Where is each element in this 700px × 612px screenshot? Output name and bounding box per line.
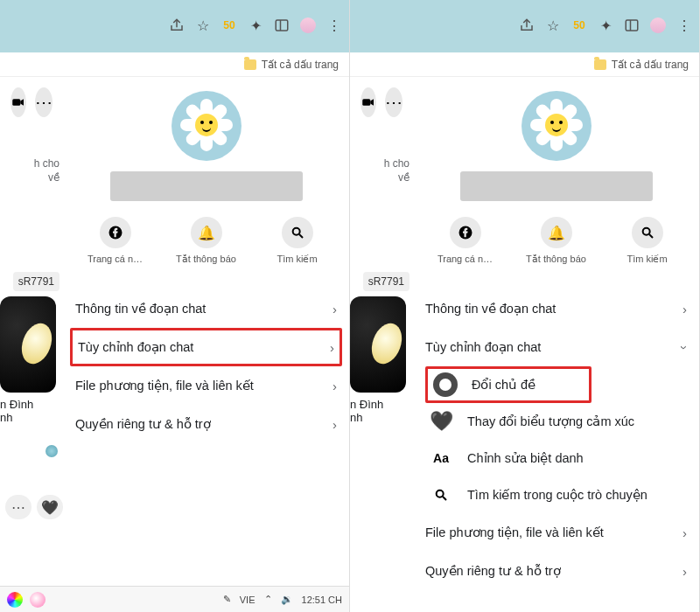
profile-action-label: Trang cá n…	[438, 254, 493, 264]
more-button[interactable]: ⋯	[385, 87, 402, 117]
sub-edit-nickname[interactable]: Aa Chỉnh sửa biệt danh	[425, 440, 687, 476]
more-icon[interactable]: ⋮	[326, 17, 342, 33]
chevron-right-icon: ›	[332, 417, 337, 432]
sub-change-emoji-label: Thay đổi biểu tượng cảm xúc	[467, 414, 634, 428]
svg-rect-6	[626, 20, 638, 31]
menu-media[interactable]: File phương tiện, file và liên kết ›	[425, 513, 687, 552]
seen-avatar-icon	[46, 445, 58, 457]
browser-chrome: ☆ 50 ✦ ⋮	[350, 0, 699, 52]
search-action-label: Tìm kiếm	[276, 254, 317, 265]
menu-privacy-label: Quyền riêng tư & hỗ trợ	[75, 417, 211, 431]
chevron-right-icon: ›	[332, 302, 337, 316]
ext-icon-1[interactable]: 50	[571, 17, 587, 33]
sub-search-in-chat[interactable]: Tìm kiếm trong cuộc trò chuyện	[425, 476, 687, 513]
star-icon[interactable]: ☆	[195, 17, 211, 33]
text-aa-icon: Aa	[429, 446, 453, 470]
feather-icon[interactable]: ✎	[223, 594, 231, 605]
menu-chat-info-label: Thông tin về đoạn chat	[425, 302, 556, 316]
menu-media[interactable]: File phương tiện, file và liên kết ›	[75, 366, 337, 405]
profile-action-label: Trang cá n…	[88, 254, 143, 264]
svg-rect-0	[276, 20, 288, 31]
user-avatar[interactable]	[172, 91, 242, 161]
puzzle-icon[interactable]: ✦	[248, 17, 263, 33]
search-action[interactable]: Tìm kiếm	[266, 217, 329, 265]
video-call-button[interactable]	[360, 87, 376, 117]
search-action[interactable]: Tìm kiếm	[616, 217, 679, 265]
menu-customize-label: Tùy chỉnh đoạn chat	[78, 340, 193, 354]
username-block	[460, 171, 653, 201]
sub-change-theme[interactable]: Đổi chủ đề	[425, 366, 592, 403]
chevron-right-icon: ›	[682, 564, 687, 579]
sound-icon[interactable]: 🔉	[281, 594, 293, 605]
heart-icon: 🖤	[429, 409, 453, 434]
image-thumbnail[interactable]	[350, 296, 406, 393]
svg-line-5	[299, 234, 303, 238]
mute-action[interactable]: 🔔 Tắt thông báo	[175, 217, 238, 265]
chevron-right-icon: ›	[332, 379, 337, 393]
sub-change-theme-label: Đổi chủ đề	[472, 378, 536, 392]
menu-chat-info[interactable]: Thông tin về đoạn chat ›	[75, 289, 337, 328]
hint-text-2: về	[4, 171, 60, 185]
user-avatar[interactable]	[522, 91, 592, 161]
sidepanel-icon[interactable]	[624, 17, 640, 33]
more-icon[interactable]: ⋮	[676, 17, 692, 33]
share-icon[interactable]	[519, 17, 535, 33]
chat-strip: ⋯ h cho về sR7791 n Đìnhnh	[350, 77, 413, 612]
share-icon[interactable]	[169, 17, 185, 33]
profile-avatar-icon[interactable]	[300, 17, 316, 33]
chevron-right-icon: ›	[330, 340, 334, 355]
profile-action[interactable]: Trang cá n…	[434, 217, 497, 265]
reaction-heart-button[interactable]: 🖤	[37, 495, 63, 519]
hint-text: h cho	[4, 157, 60, 171]
puzzle-icon[interactable]: ✦	[598, 17, 613, 33]
star-icon[interactable]: ☆	[545, 17, 561, 33]
name-fragment: n Đìnhnh	[0, 398, 63, 424]
search-icon	[632, 217, 663, 248]
chat-strip: ⋯ h cho về sR7791 n Đìnhnh ⋯ 🖤	[0, 77, 63, 586]
wifi-icon[interactable]: ⌃	[264, 594, 272, 605]
menu-privacy[interactable]: Quyền riêng tư & hỗ trợ ›	[75, 405, 337, 443]
folder-icon	[244, 59, 256, 70]
svg-point-12	[437, 490, 444, 497]
search-action-label: Tìm kiếm	[626, 254, 667, 265]
username-block	[110, 171, 303, 201]
chevron-right-icon: ›	[682, 525, 687, 540]
bookmarks-all-label[interactable]: Tất cả dấu trang	[612, 59, 689, 71]
sidepanel-icon[interactable]	[274, 17, 290, 33]
svg-point-4	[292, 228, 299, 235]
chat-chip[interactable]: sR7791	[363, 272, 410, 291]
bookmarks-all-label[interactable]: Tất cả dấu trang	[262, 59, 339, 71]
menu-customize[interactable]: Tùy chỉnh đoạn chat ›	[70, 328, 342, 366]
facebook-icon	[100, 217, 131, 248]
taskbar-app-icon-2[interactable]	[30, 592, 46, 608]
menu-customize[interactable]: Tùy chỉnh đoạn chat ›	[425, 328, 687, 366]
svg-rect-8	[362, 99, 370, 106]
taskbar: ✎ VIE ⌃ 🔉 12:51 CH	[0, 586, 349, 612]
lang-indicator[interactable]: VIE	[240, 595, 256, 605]
taskbar-app-icon[interactable]	[7, 592, 23, 608]
sub-change-emoji[interactable]: 🖤 Thay đổi biểu tượng cảm xúc	[425, 403, 687, 440]
browser-chrome: ☆ 50 ✦ ⋮	[0, 0, 349, 52]
menu-privacy[interactable]: Quyền riêng tư & hỗ trợ ›	[425, 552, 687, 590]
chat-chip[interactable]: sR7791	[13, 272, 60, 291]
bookmarks-bar: Tất cả dấu trang	[0, 52, 349, 77]
chat-settings-panel: Trang cá n… 🔔 Tắt thông báo Tìm kiếm Thô…	[413, 77, 699, 612]
mute-action[interactable]: 🔔 Tắt thông báo	[525, 217, 588, 265]
daisy-icon	[532, 101, 581, 150]
ext-icon-1[interactable]: 50	[221, 17, 237, 33]
mute-action-label: Tắt thông báo	[526, 254, 586, 265]
profile-action[interactable]: Trang cá n…	[84, 217, 147, 265]
chat-settings-panel: Trang cá n… 🔔 Tắt thông báo Tìm kiếm Thô…	[63, 77, 349, 586]
svg-rect-2	[12, 99, 20, 106]
chevron-down-icon: ›	[677, 345, 692, 350]
typing-icon: ⋯	[5, 495, 32, 519]
video-call-button[interactable]	[10, 87, 26, 117]
sub-search-in-chat-label: Tìm kiếm trong cuộc trò chuyện	[467, 488, 648, 502]
search-icon	[429, 483, 453, 507]
image-thumbnail[interactable]	[0, 296, 56, 393]
profile-avatar-icon[interactable]	[650, 17, 666, 33]
menu-chat-info[interactable]: Thông tin về đoạn chat ›	[425, 289, 687, 328]
more-button[interactable]: ⋯	[35, 87, 52, 117]
mute-action-label: Tắt thông báo	[176, 254, 236, 265]
clock[interactable]: 12:51 CH	[302, 595, 342, 605]
